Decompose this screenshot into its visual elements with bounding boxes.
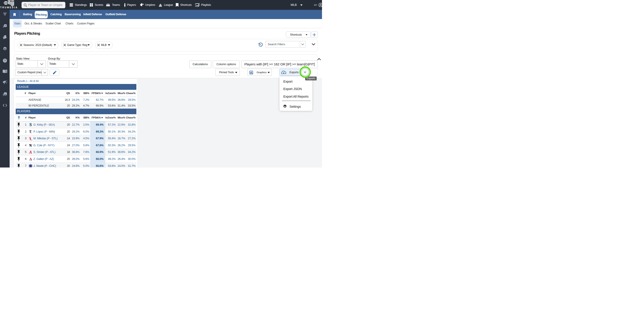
svg-text:S: S: [30, 123, 32, 127]
svg-text:Y: Y: [30, 144, 32, 147]
svg-text:?: ?: [4, 59, 6, 62]
svg-text:L: L: [30, 138, 32, 141]
svg-text:A: A: [29, 150, 32, 154]
svg-text:T: T: [29, 130, 32, 133]
svg-text:C: C: [30, 164, 32, 167]
